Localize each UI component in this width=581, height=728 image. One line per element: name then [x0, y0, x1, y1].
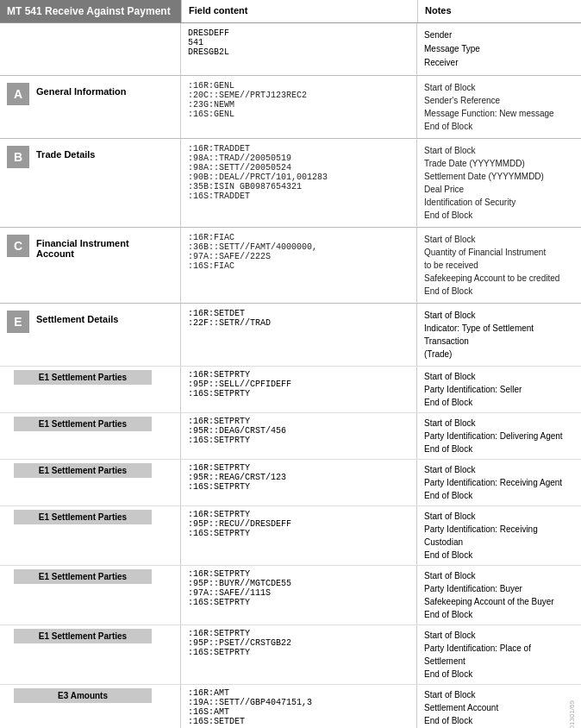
header-notes: Notes: [417, 0, 581, 22]
e3-row: E3 Amounts :16R:AMT :19A::SETT//GBP40471…: [0, 684, 581, 728]
section-a-note-3: Message Function: New message: [424, 107, 574, 120]
section-b-fields: :16R:TRADDET :98A::TRAD//20050519 :98A::…: [181, 139, 417, 227]
e1-sub-left-6: E1 Settlement Parties: [0, 625, 181, 684]
header-row: MT 541 Receive Against Payment Field con…: [0, 0, 581, 23]
e1-label-6: E1 Settlement Parties: [14, 629, 152, 643]
section-a-row: A General Information :16R:GENL :20C::SE…: [0, 76, 581, 139]
section-a-note-1: Start of Block: [424, 81, 574, 94]
e-note-2: Indicator: Type of Settlement Transactio…: [424, 322, 574, 348]
section-c-fields: :16R:FIAC :36B::SETT//FAMT/4000000, :97A…: [181, 228, 417, 303]
section-e-top-fields: :16R:SETDET :22F::SETR//TRAD: [181, 304, 417, 366]
section-b-row: B Trade Details :16R:TRADDET :98A::TRAD/…: [0, 139, 581, 228]
e1-notes-4: Start of Block Party Identification: Rec…: [417, 506, 581, 565]
pre-section: DRESDEFF 541 DRESGB2L Sender Message Typ…: [0, 23, 581, 76]
section-e-left: E Settlement Details: [0, 304, 181, 366]
main-container: MT 541 Receive Against Payment Field con…: [0, 0, 581, 728]
e1-notes-6: Start of Block Party Identification: Pla…: [417, 625, 581, 684]
e1-sub-left-3: E1 Settlement Parties: [0, 460, 181, 505]
section-a-title: General Information: [36, 83, 127, 97]
e1-sub-row-3: E1 Settlement Parties :16R:SETPRTY :95R:…: [0, 459, 581, 505]
section-c-note-2: Quantity of Financial Instrument: [424, 246, 574, 259]
header-title: MT 541 Receive Against Payment: [0, 0, 181, 22]
section-c-title: Financial InstrumentAccount: [36, 235, 129, 259]
e1-sub-row-1: E1 Settlement Parties :16R:SETPRTY :95P:…: [0, 366, 581, 412]
section-c-note-1: Start of Block: [424, 233, 574, 246]
section-b-note-6: End of Block: [424, 209, 574, 222]
section-b-note-1: Start of Block: [424, 144, 574, 157]
e1-sub-row-2: E1 Settlement Parties :16R:SETPRTY :95R:…: [0, 412, 581, 459]
e-note-1: Start of Block: [424, 309, 574, 322]
section-b-note-5: Identification of Security: [424, 196, 574, 209]
e1-label-1: E1 Settlement Parties: [14, 370, 152, 385]
e3-label: E3 Amounts: [14, 688, 152, 703]
section-b-note-4: Deal Price: [424, 183, 574, 196]
e1-label-5: E1 Settlement Parties: [14, 569, 152, 584]
section-c-note-4: Safekeeping Account to be credited: [424, 272, 574, 285]
doc-number: D01301/69: [565, 699, 579, 728]
pre-note-msgtype: Message Type: [424, 42, 574, 56]
e1-mid-2: :16R:SETPRTY :95R::DEAG/CRST/456 :16S:SE…: [181, 413, 417, 459]
e1-mid-5: :16R:SETPRTY :95P::BUYR//MGTCDE55 :97A::…: [181, 566, 417, 624]
section-e: E Settlement Details :16R:SETDET :22F::S…: [0, 304, 581, 728]
e1-sub-left-1: E1 Settlement Parties: [0, 367, 181, 412]
pre-left-blank: [0, 23, 181, 75]
e1-sub-left-5: E1 Settlement Parties: [0, 566, 181, 624]
section-a-left: A General Information: [0, 76, 181, 138]
section-c-note-5: End of Block: [424, 285, 574, 298]
section-a-notes: Start of Block Sender's Reference Messag…: [417, 76, 581, 138]
section-a-note-2: Sender's Reference: [424, 94, 574, 107]
e1-mid-3: :16R:SETPRTY :95R::REAG/CRST/123 :16S:SE…: [181, 460, 417, 505]
section-b-note-3: Settlement Date (YYYYMMDD): [424, 170, 574, 183]
section-c-notes: Start of Block Quantity of Financial Ins…: [417, 228, 581, 303]
e1-sub-row-5: E1 Settlement Parties :16R:SETPRTY :95P:…: [0, 565, 581, 624]
pre-fields: DRESDEFF 541 DRESGB2L: [181, 23, 417, 75]
e1-label-2: E1 Settlement Parties: [14, 417, 152, 431]
e3-notes: Start of Block Settlement Account End of…: [417, 685, 581, 728]
e1-sub-row-6: E1 Settlement Parties :16R:SETPRTY :95P:…: [0, 624, 581, 684]
e3-mid: :16R:AMT :19A::SETT//GBP4047151,3 :16S:A…: [181, 685, 417, 728]
e1-notes-1: Start of Block Party Identification: Sel…: [417, 367, 581, 412]
pre-note-sender: Sender: [424, 28, 574, 42]
section-a-note-4: End of Block: [424, 120, 574, 133]
pre-notes: Sender Message Type Receiver: [417, 23, 581, 75]
e1-sub-left-2: E1 Settlement Parties: [0, 413, 181, 459]
e1-notes-3: Start of Block Party Identification: Rec…: [417, 460, 581, 505]
e1-label-4: E1 Settlement Parties: [14, 510, 152, 524]
section-e-top-notes: Start of Block Indicator: Type of Settle…: [417, 304, 581, 366]
section-b-title: Trade Details: [36, 146, 95, 160]
e1-mid-4: :16R:SETPRTY :95P::RECU//DRESDEFF :16S:S…: [181, 506, 417, 565]
e3-left: E3 Amounts: [0, 685, 181, 728]
e1-mid-1: :16R:SETPRTY :95P::SELL//CPFIDEFF :16S:S…: [181, 367, 417, 412]
section-c-row: C Financial InstrumentAccount :16R:FIAC …: [0, 228, 581, 304]
section-b-note-2: Trade Date (YYYYMMDD): [424, 157, 574, 170]
e-note-3: (Trade): [424, 348, 574, 361]
section-c-letter: C: [7, 235, 29, 257]
e1-sub-row-4: E1 Settlement Parties :16R:SETPRTY :95P:…: [0, 505, 581, 565]
e1-mid-6: :16R:SETPRTY :95P::PSET//CRSTGB22 :16S:S…: [181, 625, 417, 684]
e1-sub-left-4: E1 Settlement Parties: [0, 506, 181, 565]
header-field-content: Field content: [181, 0, 417, 22]
section-e-letter: E: [7, 311, 29, 333]
section-a-fields: :16R:GENL :20C::SEME//PRTJ123REC2 :23G:N…: [181, 76, 417, 138]
pre-note-receiver: Receiver: [424, 56, 574, 70]
section-b-left: B Trade Details: [0, 139, 181, 227]
section-b-letter: B: [7, 146, 29, 168]
section-a-letter: A: [7, 83, 29, 105]
e1-notes-5: Start of Block Party Identification: Buy…: [417, 566, 581, 624]
e1-notes-2: Start of Block Party Identification: Del…: [417, 413, 581, 459]
section-c-left: C Financial InstrumentAccount: [0, 228, 181, 303]
section-c-note-3: to be received: [424, 259, 574, 272]
section-e-title: Settlement Details: [36, 311, 118, 324]
e1-label-3: E1 Settlement Parties: [14, 463, 152, 478]
section-b-notes: Start of Block Trade Date (YYYYMMDD) Set…: [417, 139, 581, 227]
section-e-header: E Settlement Details :16R:SETDET :22F::S…: [0, 304, 581, 366]
